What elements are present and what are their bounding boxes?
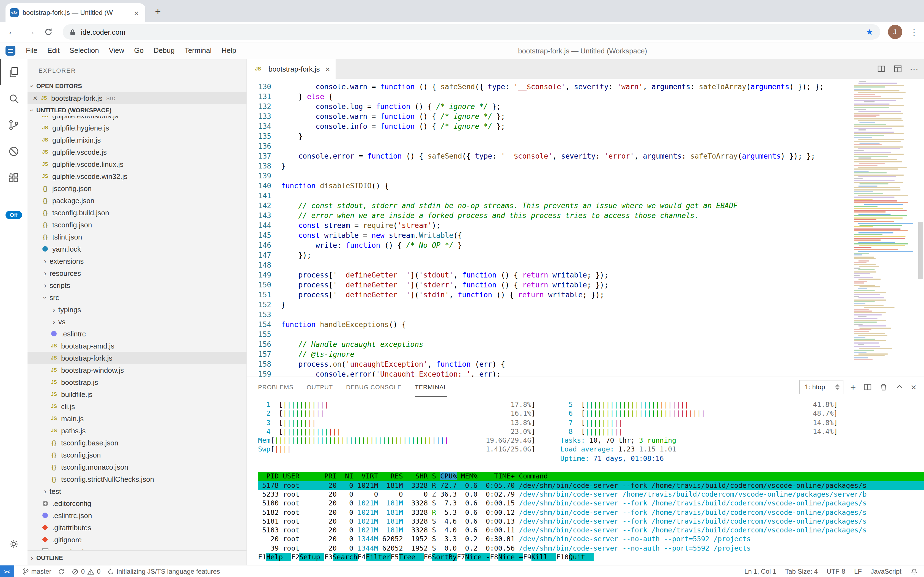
sidebar-item-source-control[interactable] (0, 112, 27, 138)
tree-item[interactable]: JSpaths.js (27, 424, 246, 437)
editor-scrollbar[interactable] (918, 222, 922, 279)
layout-icon[interactable] (893, 64, 902, 73)
tree-item[interactable]: {}tsconfig.build.json (27, 206, 246, 219)
menu-view[interactable]: View (104, 42, 129, 59)
tree-item[interactable]: JSgulpfile.extensions.js (27, 116, 246, 122)
tree-item[interactable]: {}tslint.json (27, 231, 246, 243)
address-bar[interactable]: ide.coder.com ★ (63, 24, 880, 40)
eol-indicator[interactable]: LF (854, 567, 862, 575)
tab-close-icon[interactable]: × (132, 8, 141, 17)
tree-item[interactable]: JSgulpfile.mixin.js (27, 134, 246, 146)
tree-item[interactable]: .mention-bot (27, 546, 246, 550)
tree-item[interactable]: ›src (27, 291, 246, 303)
close-icon[interactable]: × (31, 93, 40, 102)
sidebar-item-search[interactable] (0, 85, 27, 112)
problems-item[interactable]: 0 0 (72, 567, 101, 575)
forward-button[interactable]: → (25, 26, 36, 37)
tree-item[interactable]: {}package.json (27, 194, 246, 206)
profile-avatar[interactable]: J (888, 25, 902, 39)
section-workspace[interactable]: › UNTITLED (WORKSPACE) (27, 104, 246, 116)
new-terminal-icon[interactable]: + (850, 382, 856, 392)
tree-item[interactable]: JSgulpfile.hygiene.js (27, 122, 246, 134)
bookmark-star-icon[interactable]: ★ (866, 27, 873, 37)
bell-icon[interactable] (910, 568, 918, 575)
service-off-badge[interactable]: Off (5, 211, 22, 219)
tree-item[interactable]: JSbootstrap-window.js (27, 364, 246, 376)
indentation[interactable]: Tab Size: 4 (785, 567, 818, 575)
cursor-position[interactable]: Ln 1, Col 1 (744, 567, 776, 575)
tree-item[interactable]: JSgulpfile.vscode.js (27, 146, 246, 158)
tree-item[interactable]: ›extensions (27, 255, 246, 267)
minimap[interactable] (850, 79, 916, 377)
menu-terminal[interactable]: Terminal (180, 42, 217, 59)
tree-item[interactable]: JSgulpfile.vscode.win32.js (27, 170, 246, 182)
sidebar-item-debug[interactable] (0, 138, 27, 164)
tree-item[interactable]: .gitignore (27, 533, 246, 546)
sync-icon[interactable] (58, 568, 65, 575)
tree-item[interactable]: .eslintrc (27, 327, 246, 340)
file-file-icon (41, 548, 50, 550)
panel-tab-problems[interactable]: PROBLEMS (258, 377, 294, 397)
more-actions-icon[interactable]: ⋯ (910, 64, 919, 74)
close-panel-icon[interactable]: × (911, 382, 916, 392)
tree-item[interactable]: ›resources (27, 267, 246, 279)
kill-terminal-icon[interactable] (879, 383, 888, 392)
section-outline[interactable]: › OUTLINE (27, 550, 246, 565)
reload-button[interactable] (44, 27, 55, 36)
maximize-panel-icon[interactable] (895, 383, 904, 392)
tree-item[interactable]: JSbootstrap.js (27, 376, 246, 388)
tree-item[interactable]: yarn.lock (27, 243, 246, 255)
language-mode[interactable]: JavaScript (871, 567, 902, 575)
sidebar-item-extensions[interactable] (0, 164, 27, 191)
remote-indicator[interactable]: >< (0, 566, 14, 577)
tree-item[interactable]: JSbuildfile.js (27, 388, 246, 400)
browser-toolbar: ← → ide.coder.com ★ J ⋮ (0, 22, 924, 42)
tree-item[interactable]: JSbootstrap-fork.js (27, 352, 246, 364)
tree-item[interactable]: .gitattributes (27, 521, 246, 533)
panel-tab-debug-console[interactable]: DEBUG CONSOLE (346, 377, 402, 397)
tree-item[interactable]: JScli.js (27, 400, 246, 413)
js-file-icon: JS (50, 343, 58, 348)
git-branch-item[interactable]: master (22, 567, 51, 575)
menu-help[interactable]: Help (217, 42, 241, 59)
tree-item[interactable]: {}tsconfig.json (27, 449, 246, 461)
menu-go[interactable]: Go (129, 42, 149, 59)
tree-item[interactable]: ›scripts (27, 279, 246, 291)
manage-button[interactable] (0, 531, 27, 557)
close-icon[interactable]: × (325, 64, 330, 74)
sidebar-item-explorer[interactable] (0, 59, 27, 85)
tree-item[interactable]: .editorconfig (27, 497, 246, 509)
tree-item[interactable]: JSgulpfile.vscode.linux.js (27, 158, 246, 170)
back-button[interactable]: ← (6, 26, 18, 37)
browser-menu-icon[interactable]: ⋮ (910, 27, 918, 37)
menu-selection[interactable]: Selection (65, 42, 104, 59)
tree-item[interactable]: ›test (27, 485, 246, 497)
terminal-selector[interactable]: 1: htop (799, 380, 843, 394)
editor-tab[interactable]: JS bootstrap-fork.js × (247, 59, 336, 79)
panel-tab-output[interactable]: OUTPUT (307, 377, 333, 397)
encoding[interactable]: UTF-8 (827, 567, 845, 575)
tree-item[interactable]: {}tsconfig.strictNullChecks.json (27, 473, 246, 485)
tree-item[interactable]: ›typings (27, 303, 246, 316)
menu-file[interactable]: File (21, 42, 42, 59)
code-editor[interactable]: 1301311321331341351361371381391401411421… (247, 79, 924, 377)
tree-item[interactable]: .eslintrc.json (27, 509, 246, 521)
tree-item[interactable]: JSbootstrap-amd.js (27, 340, 246, 352)
tree-item[interactable]: {}tsconfig.monaco.json (27, 461, 246, 473)
new-tab-button[interactable]: + (151, 5, 165, 19)
terminal-output[interactable]: 1 [||||||||||| 17.8%] 5 [|||||||||||||||… (247, 397, 924, 566)
tree-item[interactable]: ›vs (27, 316, 246, 327)
tree-item-label: gulpfile.mixin.js (52, 136, 101, 144)
tree-item[interactable]: {}tsconfig.base.json (27, 437, 246, 449)
menu-debug[interactable]: Debug (149, 42, 180, 59)
open-editor-item[interactable]: × JS bootstrap-fork.js src (27, 92, 246, 104)
section-open-editors[interactable]: › OPEN EDITORS (27, 80, 246, 92)
browser-tab[interactable]: </> bootstrap-fork.js — Untitled (W × (5, 3, 145, 22)
panel-tab-terminal[interactable]: TERMINAL (415, 377, 447, 397)
split-editor-icon[interactable] (877, 64, 885, 73)
split-terminal-icon[interactable] (863, 383, 872, 392)
menu-edit[interactable]: Edit (42, 42, 65, 59)
tree-item[interactable]: {}tsconfig.json (27, 219, 246, 231)
tree-item[interactable]: JSmain.js (27, 413, 246, 424)
tree-item[interactable]: {}jsconfig.json (27, 182, 246, 194)
